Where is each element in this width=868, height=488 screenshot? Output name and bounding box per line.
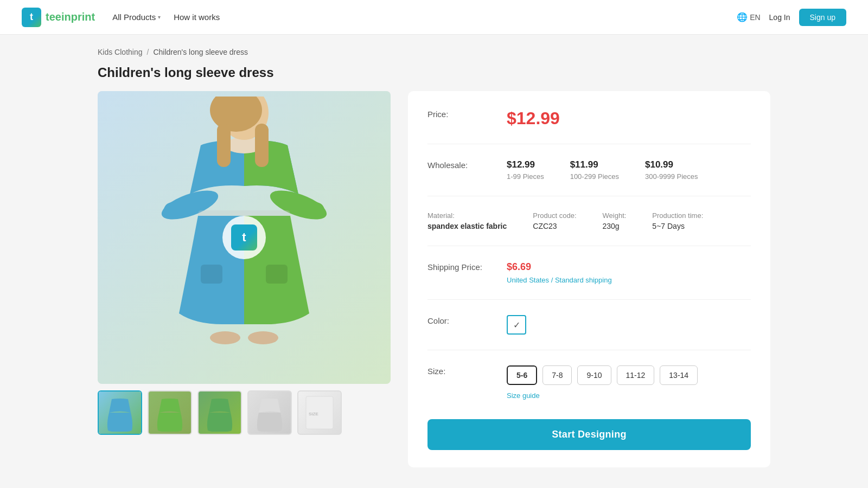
- thumbnail-3[interactable]: [197, 390, 242, 435]
- breadcrumb-current: Children's long sleeve dress: [153, 48, 248, 56]
- thumbnail-2[interactable]: [148, 390, 192, 435]
- size-row: Size: 5-6 7-8 9-10 11-12 13-14 Size guid…: [427, 365, 751, 400]
- color-label: Color:: [427, 315, 498, 325]
- size-btn-11-12[interactable]: 11-12: [617, 365, 655, 385]
- nav-all-products-label: All Products: [112, 12, 156, 22]
- thumbnail-1[interactable]: [98, 390, 142, 435]
- shipping-info: $6.69 United States / Standard shipping: [507, 261, 612, 284]
- breadcrumb: Kids Clothing / Children's long sleeve d…: [98, 48, 770, 56]
- weight-label: Weight:: [603, 211, 627, 220]
- production-time-value: 5~7 Days: [652, 222, 703, 230]
- tier-2-range: 100-299 Pieces: [570, 172, 619, 181]
- size-btn-9-10[interactable]: 9-10: [577, 365, 611, 385]
- color-swatch-white[interactable]: ✓: [507, 315, 526, 335]
- product-layout: t: [98, 91, 770, 467]
- shipping-row: Shipping Price: $6.69 United States / St…: [427, 261, 751, 284]
- logo-overlay-icon: t: [231, 224, 257, 251]
- logo[interactable]: t teeinprint: [22, 8, 95, 27]
- thumbnail-strip: SIZE: [98, 390, 391, 435]
- tier-3-price: $10.99: [645, 159, 698, 170]
- wholesale-row: Wholesale: $12.99 1-99 Pieces $11.99 100…: [427, 159, 751, 181]
- size-btn-13-14[interactable]: 13-14: [660, 365, 698, 385]
- thumb-image-3: [199, 391, 241, 434]
- svg-rect-6: [201, 265, 222, 284]
- price-label: Price:: [427, 108, 498, 119]
- start-designing-button[interactable]: Start Designing: [427, 419, 751, 450]
- weight-spec: Weight: 230g: [603, 211, 627, 230]
- header-right: 🌐 EN Log In Sign up: [737, 9, 846, 26]
- image-section: t: [98, 91, 391, 435]
- tier-3-range: 300-9999 Pieces: [645, 172, 698, 181]
- thumbnail-4[interactable]: [247, 390, 292, 435]
- production-time-spec: Production time: 5~7 Days: [652, 211, 703, 230]
- logo-icon: t: [22, 8, 41, 27]
- size-btn-7-8[interactable]: 7-8: [542, 365, 572, 385]
- logo-text-part1: teein: [46, 11, 71, 23]
- divider-3: [427, 246, 751, 246]
- divider-1: [427, 144, 751, 144]
- wholesale-tiers: $12.99 1-99 Pieces $11.99 100-299 Pieces…: [507, 159, 698, 181]
- language-label: EN: [750, 13, 760, 22]
- thumb-image-4: [248, 391, 291, 434]
- logo-watermark: t: [222, 216, 266, 259]
- login-button[interactable]: Log In: [769, 13, 790, 22]
- tier-3: $10.99 300-9999 Pieces: [645, 159, 698, 181]
- logo-text: teeinprint: [46, 11, 95, 23]
- nav-how-it-works-label: How it works: [174, 12, 220, 22]
- divider-2: [427, 196, 751, 196]
- svg-point-13: [248, 331, 278, 344]
- shipping-price: $6.69: [507, 261, 612, 273]
- color-row: Color: ✓: [427, 315, 751, 335]
- header-left: t teeinprint All Products ▾ How it works: [22, 8, 220, 27]
- price-value: $12.99: [507, 108, 560, 129]
- divider-4: [427, 299, 751, 300]
- breadcrumb-parent[interactable]: Kids Clothing: [98, 48, 143, 56]
- svg-text:SIZE: SIZE: [309, 412, 318, 416]
- size-options: 5-6 7-8 9-10 11-12 13-14 Size guide: [507, 365, 698, 400]
- wholesale-label: Wholesale:: [427, 159, 498, 170]
- nav-all-products[interactable]: All Products ▾: [112, 12, 161, 22]
- checkmark-icon: ✓: [513, 320, 520, 330]
- tier-1-range: 1-99 Pieces: [507, 172, 544, 181]
- signup-button[interactable]: Sign up: [799, 9, 846, 26]
- divider-5: [427, 350, 751, 350]
- globe-icon: 🌐: [737, 12, 748, 22]
- thumb-image-2: [149, 391, 191, 434]
- product-code-value: CZC23: [533, 222, 576, 230]
- price-row: Price: $12.99: [427, 108, 751, 129]
- thumbnail-5[interactable]: SIZE: [297, 390, 342, 435]
- size-label: Size:: [427, 365, 498, 376]
- thumb-image-1: [99, 391, 141, 434]
- svg-rect-7: [266, 265, 288, 284]
- main-content: Kids Clothing / Children's long sleeve d…: [76, 35, 792, 480]
- shipping-location-link[interactable]: United States / Standard shipping: [507, 276, 612, 284]
- tier-2: $11.99 100-299 Pieces: [570, 159, 619, 181]
- tier-2-price: $11.99: [570, 159, 619, 170]
- material-label: Material:: [427, 211, 507, 220]
- product-code-spec: Product code: CZC23: [533, 211, 576, 230]
- size-btn-5-6[interactable]: 5-6: [507, 365, 537, 385]
- specs-grid: Material: spandex elastic fabric Product…: [427, 211, 751, 230]
- breadcrumb-separator: /: [147, 48, 149, 56]
- size-buttons: 5-6 7-8 9-10 11-12 13-14: [507, 365, 698, 385]
- svg-point-12: [210, 331, 240, 344]
- logo-text-part2: print: [71, 11, 95, 23]
- size-guide-link[interactable]: Size guide: [507, 391, 698, 400]
- header: t teeinprint All Products ▾ How it works…: [0, 0, 868, 35]
- language-selector[interactable]: 🌐 EN: [737, 12, 760, 22]
- material-value: spandex elastic fabric: [427, 222, 507, 230]
- shipping-label: Shipping Price:: [427, 261, 498, 272]
- product-code-label: Product code:: [533, 211, 576, 220]
- details-section: Price: $12.99 Wholesale: $12.99 1-99 Pie…: [408, 91, 770, 467]
- weight-value: 230g: [603, 222, 627, 230]
- production-time-label: Production time:: [652, 211, 703, 220]
- material-spec: Material: spandex elastic fabric: [427, 211, 507, 230]
- tier-1: $12.99 1-99 Pieces: [507, 159, 544, 181]
- nav-how-it-works[interactable]: How it works: [174, 12, 220, 22]
- main-product-image: t: [98, 91, 391, 384]
- tier-1-price: $12.99: [507, 159, 544, 170]
- main-nav: All Products ▾ How it works: [112, 12, 220, 22]
- thumb-image-5: SIZE: [298, 391, 341, 434]
- svg-rect-11: [255, 124, 269, 167]
- image-background: t: [98, 91, 391, 384]
